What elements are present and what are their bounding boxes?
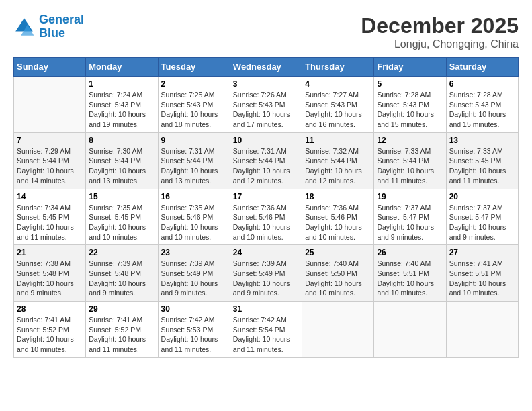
logo-icon (13, 16, 35, 38)
calendar-cell: 9Sunrise: 7:31 AM Sunset: 5:44 PM Daylig… (158, 132, 230, 189)
day-number: 10 (233, 136, 299, 145)
location: Longju, Chongqing, China (361, 38, 519, 50)
day-info: Sunrise: 7:38 AM Sunset: 5:48 PM Dayligh… (17, 259, 83, 298)
month-title: December 2025 (361, 13, 519, 38)
day-info: Sunrise: 7:27 AM Sunset: 5:43 PM Dayligh… (305, 90, 371, 130)
day-info: Sunrise: 7:42 AM Sunset: 5:54 PM Dayligh… (233, 315, 299, 355)
day-info: Sunrise: 7:41 AM Sunset: 5:52 PM Dayligh… (17, 315, 83, 355)
day-info: Sunrise: 7:32 AM Sunset: 5:44 PM Dayligh… (305, 146, 371, 186)
calendar-cell (14, 77, 86, 133)
day-number: 9 (161, 136, 227, 145)
day-number: 4 (305, 79, 371, 89)
calendar-cell: 30Sunrise: 7:42 AM Sunset: 5:53 PM Dayli… (158, 302, 230, 358)
calendar-cell: 4Sunrise: 7:27 AM Sunset: 5:43 PM Daylig… (302, 77, 374, 133)
day-info: Sunrise: 7:40 AM Sunset: 5:50 PM Dayligh… (305, 259, 371, 298)
logo-line2: Blue (39, 26, 65, 40)
day-number: 25 (305, 248, 371, 257)
day-number: 14 (17, 192, 83, 201)
day-number: 11 (305, 136, 371, 145)
day-info: Sunrise: 7:39 AM Sunset: 5:48 PM Dayligh… (89, 259, 154, 298)
calendar-cell: 26Sunrise: 7:40 AM Sunset: 5:51 PM Dayli… (374, 245, 446, 302)
day-number: 31 (233, 304, 299, 314)
calendar-cell: 21Sunrise: 7:38 AM Sunset: 5:48 PM Dayli… (14, 245, 86, 302)
day-number: 13 (449, 136, 515, 145)
day-number: 30 (161, 304, 227, 314)
day-number: 20 (449, 192, 515, 201)
calendar-cell: 29Sunrise: 7:41 AM Sunset: 5:52 PM Dayli… (86, 302, 158, 358)
calendar-cell: 25Sunrise: 7:40 AM Sunset: 5:50 PM Dayli… (302, 245, 374, 302)
calendar-cell: 12Sunrise: 7:33 AM Sunset: 5:44 PM Dayli… (374, 132, 446, 189)
calendar-cell: 8Sunrise: 7:30 AM Sunset: 5:44 PM Daylig… (86, 132, 158, 189)
day-number: 12 (377, 136, 443, 145)
day-number: 2 (161, 79, 227, 89)
day-number: 1 (89, 79, 154, 89)
day-info: Sunrise: 7:40 AM Sunset: 5:51 PM Dayligh… (377, 259, 443, 298)
day-number: 16 (161, 192, 227, 201)
day-info: Sunrise: 7:33 AM Sunset: 5:45 PM Dayligh… (449, 146, 515, 186)
logo-line1: General (39, 13, 84, 26)
day-number: 28 (17, 304, 83, 314)
header: General Blue December 2025 Longju, Chong… (13, 13, 519, 50)
day-info: Sunrise: 7:36 AM Sunset: 5:46 PM Dayligh… (305, 203, 371, 242)
day-info: Sunrise: 7:39 AM Sunset: 5:49 PM Dayligh… (161, 259, 227, 298)
day-info: Sunrise: 7:29 AM Sunset: 5:44 PM Dayligh… (17, 146, 83, 186)
calendar-cell: 27Sunrise: 7:41 AM Sunset: 5:51 PM Dayli… (446, 245, 518, 302)
calendar-cell: 3Sunrise: 7:26 AM Sunset: 5:43 PM Daylig… (230, 77, 302, 133)
day-number: 19 (377, 192, 443, 201)
calendar-cell: 18Sunrise: 7:36 AM Sunset: 5:46 PM Dayli… (302, 189, 374, 245)
calendar-cell: 17Sunrise: 7:36 AM Sunset: 5:46 PM Dayli… (230, 189, 302, 245)
calendar-cell: 6Sunrise: 7:28 AM Sunset: 5:43 PM Daylig… (446, 77, 518, 133)
day-info: Sunrise: 7:28 AM Sunset: 5:43 PM Dayligh… (377, 90, 443, 130)
day-info: Sunrise: 7:37 AM Sunset: 5:47 PM Dayligh… (377, 203, 443, 242)
day-number: 22 (89, 248, 154, 257)
day-number: 3 (233, 79, 299, 89)
calendar-cell (374, 302, 446, 358)
calendar-cell (446, 302, 518, 358)
logo: General Blue (13, 13, 84, 40)
day-info: Sunrise: 7:41 AM Sunset: 5:51 PM Dayligh… (449, 259, 515, 298)
calendar-week-row: 28Sunrise: 7:41 AM Sunset: 5:52 PM Dayli… (14, 302, 519, 358)
day-header-thursday: Thursday (302, 58, 374, 77)
day-info: Sunrise: 7:30 AM Sunset: 5:44 PM Dayligh… (89, 146, 154, 186)
day-info: Sunrise: 7:33 AM Sunset: 5:44 PM Dayligh… (377, 146, 443, 186)
calendar-cell: 7Sunrise: 7:29 AM Sunset: 5:44 PM Daylig… (14, 132, 86, 189)
day-number: 27 (449, 248, 515, 257)
calendar-week-row: 21Sunrise: 7:38 AM Sunset: 5:48 PM Dayli… (14, 245, 519, 302)
day-number: 24 (233, 248, 299, 257)
calendar-cell: 14Sunrise: 7:34 AM Sunset: 5:45 PM Dayli… (14, 189, 86, 245)
calendar-table: SundayMondayTuesdayWednesdayThursdayFrid… (13, 57, 519, 358)
calendar-week-row: 14Sunrise: 7:34 AM Sunset: 5:45 PM Dayli… (14, 189, 519, 245)
day-header-tuesday: Tuesday (158, 58, 230, 77)
calendar-cell: 28Sunrise: 7:41 AM Sunset: 5:52 PM Dayli… (14, 302, 86, 358)
calendar-cell: 15Sunrise: 7:35 AM Sunset: 5:45 PM Dayli… (86, 189, 158, 245)
calendar-cell: 19Sunrise: 7:37 AM Sunset: 5:47 PM Dayli… (374, 189, 446, 245)
day-info: Sunrise: 7:36 AM Sunset: 5:46 PM Dayligh… (233, 203, 299, 242)
calendar-cell: 1Sunrise: 7:24 AM Sunset: 5:43 PM Daylig… (86, 77, 158, 133)
day-number: 17 (233, 192, 299, 201)
day-number: 5 (377, 79, 443, 89)
day-number: 7 (17, 136, 83, 145)
day-info: Sunrise: 7:31 AM Sunset: 5:44 PM Dayligh… (233, 146, 299, 186)
day-info: Sunrise: 7:35 AM Sunset: 5:46 PM Dayligh… (161, 203, 227, 242)
calendar-header-row: SundayMondayTuesdayWednesdayThursdayFrid… (14, 58, 519, 77)
day-info: Sunrise: 7:25 AM Sunset: 5:43 PM Dayligh… (161, 90, 227, 130)
day-number: 8 (89, 136, 154, 145)
calendar-cell: 11Sunrise: 7:32 AM Sunset: 5:44 PM Dayli… (302, 132, 374, 189)
day-info: Sunrise: 7:26 AM Sunset: 5:43 PM Dayligh… (233, 90, 299, 130)
day-header-sunday: Sunday (14, 58, 86, 77)
day-info: Sunrise: 7:35 AM Sunset: 5:45 PM Dayligh… (89, 203, 154, 242)
calendar-cell: 24Sunrise: 7:39 AM Sunset: 5:49 PM Dayli… (230, 245, 302, 302)
day-header-saturday: Saturday (446, 58, 518, 77)
calendar-cell: 22Sunrise: 7:39 AM Sunset: 5:48 PM Dayli… (86, 245, 158, 302)
day-number: 21 (17, 248, 83, 257)
day-header-wednesday: Wednesday (230, 58, 302, 77)
day-info: Sunrise: 7:39 AM Sunset: 5:49 PM Dayligh… (233, 259, 299, 298)
day-info: Sunrise: 7:42 AM Sunset: 5:53 PM Dayligh… (161, 315, 227, 355)
calendar-cell (302, 302, 374, 358)
day-header-friday: Friday (374, 58, 446, 77)
calendar-cell: 2Sunrise: 7:25 AM Sunset: 5:43 PM Daylig… (158, 77, 230, 133)
calendar-cell: 13Sunrise: 7:33 AM Sunset: 5:45 PM Dayli… (446, 132, 518, 189)
day-header-monday: Monday (86, 58, 158, 77)
day-info: Sunrise: 7:41 AM Sunset: 5:52 PM Dayligh… (89, 315, 154, 355)
svg-marker-0 (15, 18, 33, 31)
